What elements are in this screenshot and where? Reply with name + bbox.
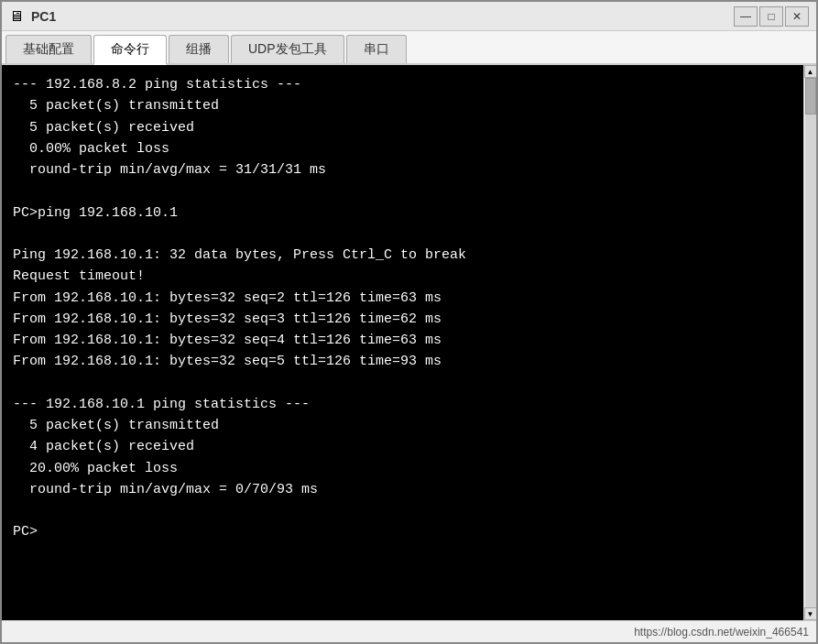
tab-basic-config[interactable]: 基础配置 [5,35,92,63]
main-window: 🖥 PC1 — □ ✕ 基础配置 命令行 组播 UDP发包工具 串口 --- 1… [0,0,818,644]
window-icon: 🖥 [9,8,26,25]
title-bar-left: 🖥 PC1 [9,8,56,25]
scrollbar-thumb[interactable] [805,78,816,115]
tab-serial[interactable]: 串口 [346,35,407,63]
tab-udp-tool[interactable]: UDP发包工具 [231,35,344,63]
title-bar-buttons: — □ ✕ [734,6,809,27]
status-url: https://blog.csdn.net/weixin_466541 [634,626,809,639]
window-title: PC1 [31,9,56,24]
scrollbar[interactable]: ▲ ▼ [803,65,816,620]
title-bar: 🖥 PC1 — □ ✕ [2,2,816,31]
scroll-up-button[interactable]: ▲ [804,65,817,78]
tab-bar: 基础配置 命令行 组播 UDP发包工具 串口 [2,31,816,65]
tab-command-line[interactable]: 命令行 [93,35,167,65]
tab-multicast[interactable]: 组播 [169,35,229,63]
maximize-button[interactable]: □ [759,6,783,27]
status-bar: https://blog.csdn.net/weixin_466541 [2,620,816,642]
terminal-output[interactable]: --- 192.168.8.2 ping statistics --- 5 pa… [2,65,803,620]
scrollbar-track[interactable] [805,78,816,607]
content-area: --- 192.168.8.2 ping statistics --- 5 pa… [2,65,816,620]
scroll-down-button[interactable]: ▼ [804,607,817,620]
close-button[interactable]: ✕ [785,6,809,27]
minimize-button[interactable]: — [734,6,758,27]
